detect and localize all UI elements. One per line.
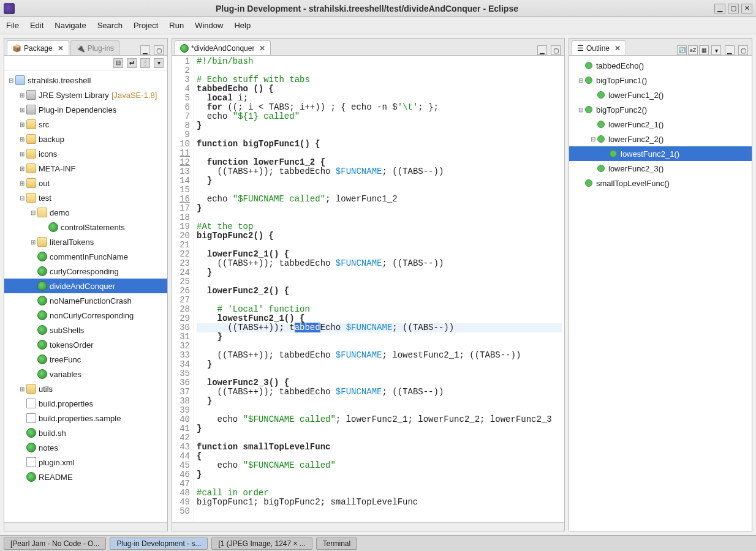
code-line[interactable]: #At the top: [197, 222, 562, 231]
tree-item[interactable]: ⊞utils: [4, 381, 167, 396]
code-area[interactable]: #!/bin/bash # Echo stuff with tabstabbed…: [194, 56, 564, 522]
code-line[interactable]: ((TABS++)); tabbedEcho $FUNCNAME; ((TABS…: [197, 167, 562, 176]
expand-icon[interactable]: ⊟: [589, 136, 597, 143]
outline-item[interactable]: lowerFunc1_2(): [569, 88, 752, 102]
expand-icon[interactable]: ⊞: [18, 136, 26, 143]
tree-item[interactable]: ⊟demo: [4, 205, 167, 220]
expand-icon[interactable]: ⊞: [18, 107, 26, 113]
code-line[interactable]: lowerFunc2_3() {: [197, 378, 562, 388]
code-line[interactable]: # Echo stuff with tabs: [197, 75, 562, 84]
code-line[interactable]: }: [197, 121, 562, 130]
jre-library[interactable]: ⊞JRE System Library[JavaSE-1.8]: [4, 88, 167, 102]
minimize-view-button[interactable]: ▁: [140, 45, 150, 55]
tab-outline[interactable]: ☰ Outline ✕: [572, 40, 626, 55]
code-line[interactable]: }: [197, 176, 562, 186]
tree-item[interactable]: noNameFunctionCrash: [4, 293, 167, 308]
expand-icon[interactable]: ⊞: [18, 92, 26, 99]
code-line[interactable]: [197, 433, 562, 443]
tree-item[interactable]: nonCurlyCorresponding: [4, 308, 167, 323]
scrollbar-horizontal[interactable]: [172, 522, 564, 531]
code-line[interactable]: lowerFunc2_2() {: [197, 287, 562, 296]
code-line[interactable]: lowerFunc2_1() {: [197, 250, 562, 259]
project-root[interactable]: ⊟strahilski.treeshell: [4, 73, 167, 88]
tree-item[interactable]: tokensOrder: [4, 337, 167, 352]
tree-item[interactable]: treeFunc: [4, 352, 167, 367]
code-line[interactable]: bigTopFunc2() {: [197, 231, 562, 241]
tree-item[interactable]: build.sh: [4, 425, 167, 440]
tree-item[interactable]: notes: [4, 440, 167, 455]
code-line[interactable]: [197, 149, 562, 158]
expand-icon[interactable]: ⊟: [576, 77, 585, 84]
menu-file[interactable]: File: [6, 21, 19, 30]
minimize-view-button[interactable]: ▁: [725, 45, 735, 55]
code-line[interactable]: [197, 406, 562, 415]
tree-item[interactable]: controlStatements: [4, 220, 167, 234]
maximize-view-button[interactable]: ▢: [738, 45, 748, 55]
tree-item[interactable]: plugin.xml: [4, 455, 167, 470]
outline-item[interactable]: tabbedEcho(): [569, 58, 752, 73]
code-line[interactable]: [197, 369, 562, 378]
tab-editor-file[interactable]: *divideAndConquer ✕: [175, 40, 271, 55]
collapse-all-icon[interactable]: ⊟: [113, 58, 123, 68]
code-line[interactable]: echo "$FUNCNAME called": [197, 461, 562, 470]
code-line[interactable]: echo "$FUNCNAME called"; lowerFunc2_1; l…: [197, 415, 562, 424]
code-line[interactable]: }: [197, 424, 562, 433]
expand-icon[interactable]: ⊞: [18, 386, 26, 392]
taskbar-item[interactable]: Terminal: [316, 538, 357, 550]
package-tree[interactable]: ⊟strahilski.treeshell⊞JRE System Library…: [4, 70, 167, 522]
code-line[interactable]: ((TABS++)); tabbedEcho $FUNCNAME; ((TABS…: [197, 259, 562, 268]
outline-item[interactable]: ⊟lowerFunc2_2(): [569, 132, 752, 146]
maximize-view-button[interactable]: ▢: [551, 45, 561, 55]
plugin-deps[interactable]: ⊞Plug-in Dependencies: [4, 102, 167, 117]
menu-window[interactable]: Window: [195, 21, 223, 30]
tree-item[interactable]: build.properties: [4, 396, 167, 411]
expand-icon[interactable]: ⊞: [29, 239, 37, 246]
link-editor-icon[interactable]: ⇄: [127, 58, 137, 68]
minimize-view-button[interactable]: ▁: [537, 45, 547, 55]
expand-icon[interactable]: ⊟: [29, 209, 37, 216]
tree-item-selected[interactable]: divideAndConquer: [4, 279, 167, 293]
hide-fields-icon[interactable]: ▦: [699, 45, 709, 55]
menu-search[interactable]: Search: [97, 21, 123, 30]
code-line[interactable]: ((TABS++)); tabbedEcho $FUNCNAME; ((TABS…: [197, 323, 562, 332]
code-line[interactable]: local i;: [197, 94, 562, 103]
code-line[interactable]: }: [197, 204, 562, 213]
code-line[interactable]: ((TABS++)); tabbedEcho $FUNCNAME; lowest…: [197, 351, 562, 360]
sort-alpha-icon[interactable]: aZ: [688, 45, 698, 55]
code-line[interactable]: echo "$FUNCNAME called"; lowerFunc1_2: [197, 195, 562, 204]
code-line[interactable]: echo "${1} called": [197, 112, 562, 121]
code-line[interactable]: [197, 66, 562, 75]
code-line[interactable]: }: [197, 268, 562, 277]
close-icon[interactable]: ✕: [259, 44, 265, 53]
code-line[interactable]: [197, 130, 562, 140]
code-line[interactable]: [197, 342, 562, 351]
code-line[interactable]: function bigTopFunc1() {: [197, 140, 562, 149]
code-line[interactable]: #call in order: [197, 489, 562, 498]
menu-run[interactable]: Run: [169, 21, 184, 30]
code-line[interactable]: [197, 277, 562, 287]
tree-item[interactable]: ⊞META-INF: [4, 161, 167, 176]
tab-package[interactable]: 📦 Package ✕: [7, 40, 69, 55]
tree-item[interactable]: ⊞backup: [4, 132, 167, 146]
code-line[interactable]: ((TABS++)); tabbedEcho $FUNCNAME; ((TABS…: [197, 388, 562, 397]
outline-item[interactable]: ⊟bigTopFunc1(): [569, 73, 752, 88]
expand-icon[interactable]: ⊞: [18, 151, 26, 157]
close-button[interactable]: ✕: [741, 4, 752, 13]
code-line[interactable]: [197, 479, 562, 489]
tree-item[interactable]: subShells: [4, 323, 167, 337]
tree-item[interactable]: ⊟test: [4, 190, 167, 205]
expand-icon[interactable]: ⊟: [18, 195, 26, 201]
code-line[interactable]: # 'Local' function: [197, 305, 562, 314]
outline-item[interactable]: lowerFunc2_1(): [569, 117, 752, 132]
code-line[interactable]: {: [197, 452, 562, 461]
code-line[interactable]: [197, 296, 562, 305]
tab-plugins[interactable]: 🔌 Plug-ins: [70, 40, 119, 55]
expand-icon[interactable]: ⊞: [18, 165, 26, 172]
code-line[interactable]: function lowerFunc1_2 {: [197, 158, 562, 167]
outline-item[interactable]: smallTopLevelFunc(): [569, 176, 752, 190]
tree-item[interactable]: build.properties.sample: [4, 411, 167, 425]
scrollbar-horizontal[interactable]: [4, 522, 167, 531]
menu-project[interactable]: Project: [134, 21, 158, 30]
code-line[interactable]: function smallTopLevelFunc: [197, 443, 562, 452]
tree-item[interactable]: variables: [4, 367, 167, 381]
